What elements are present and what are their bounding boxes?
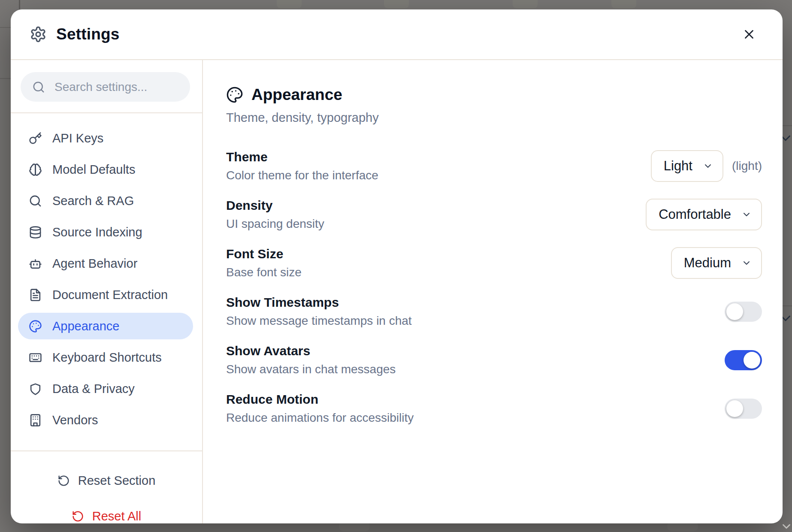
- gear-icon: [30, 26, 47, 43]
- sidebar-item-label: Keyboard Shortcuts: [52, 351, 162, 365]
- setting-text: Show Timestamps Show message timestamps …: [226, 295, 412, 328]
- sidebar-item-label: Data & Privacy: [52, 382, 135, 396]
- close-icon: [742, 27, 756, 42]
- sidebar-item-data-privacy[interactable]: Data & Privacy: [18, 375, 193, 402]
- setting-label: Theme: [226, 150, 378, 164]
- toggle-knob: [726, 303, 743, 320]
- chevron-down-icon: [780, 520, 792, 532]
- setting-control: Light (light): [651, 150, 762, 182]
- backdrop-tab: [277, 0, 302, 8]
- document-icon: [29, 288, 42, 302]
- settings-sidebar: API Keys Model Defaults Search & RAG Sou…: [11, 60, 203, 523]
- key-icon: [29, 132, 42, 145]
- backdrop-tab: [384, 0, 409, 8]
- backdrop-divider: [0, 27, 11, 28]
- sidebar-item-model-defaults[interactable]: Model Defaults: [18, 156, 193, 183]
- dialog-header: Settings: [11, 9, 783, 60]
- show-avatars-toggle[interactable]: [725, 350, 762, 370]
- reset-all-button[interactable]: Reset All: [72, 509, 141, 523]
- setting-text: Show Avatars Show avatars in chat messag…: [226, 344, 396, 376]
- backdrop-divider: [0, 78, 11, 79]
- sidebar-item-label: Source Indexing: [52, 225, 142, 239]
- reduce-motion-toggle[interactable]: [725, 399, 762, 419]
- setting-row-density: Density UI spacing density Comfortable: [226, 198, 762, 231]
- section-subtitle: Theme, density, typography: [226, 111, 762, 125]
- dialog-title: Settings: [56, 25, 120, 43]
- setting-row-show-timestamps: Show Timestamps Show message timestamps …: [226, 295, 762, 328]
- palette-icon: [29, 320, 42, 333]
- search-section: [11, 60, 202, 113]
- sidebar-item-agent-behavior[interactable]: Agent Behavior: [18, 250, 193, 277]
- database-icon: [29, 226, 42, 239]
- search-icon: [29, 194, 42, 208]
- rotate-ccw-icon: [72, 510, 84, 523]
- setting-row-reduce-motion: Reduce Motion Reduce animations for acce…: [226, 392, 762, 425]
- show-timestamps-toggle[interactable]: [725, 302, 762, 322]
- setting-row-theme: Theme Color theme for the interface Ligh…: [226, 150, 762, 182]
- building-icon: [29, 414, 42, 427]
- reset-section-label: Reset Section: [78, 474, 156, 488]
- select-value: Light: [664, 158, 692, 174]
- setting-control: [725, 350, 762, 370]
- density-select[interactable]: Comfortable: [646, 199, 762, 230]
- setting-control: [725, 399, 762, 419]
- select-value: Comfortable: [659, 207, 731, 222]
- search-icon: [32, 81, 45, 94]
- setting-description: UI spacing density: [226, 217, 324, 231]
- appearance-panel: Appearance Theme, density, typography Th…: [203, 60, 783, 523]
- reset-all-label: Reset All: [92, 509, 141, 523]
- setting-text: Density UI spacing density: [226, 198, 324, 231]
- shield-icon: [29, 382, 42, 396]
- setting-label: Density: [226, 198, 324, 213]
- sidebar-item-label: Agent Behavior: [52, 257, 137, 271]
- sidebar-item-source-indexing[interactable]: Source Indexing: [18, 219, 193, 245]
- robot-icon: [29, 257, 42, 270]
- toggle-knob: [744, 352, 760, 369]
- sidebar-item-api-keys[interactable]: API Keys: [18, 125, 193, 151]
- chevron-down-icon: [741, 209, 752, 220]
- backdrop-divider: [783, 125, 792, 126]
- sidebar-item-label: Appearance: [52, 319, 119, 333]
- setting-label: Reduce Motion: [226, 392, 414, 407]
- setting-description: Show avatars in chat messages: [226, 363, 396, 376]
- close-button[interactable]: [738, 23, 760, 45]
- setting-control: Medium: [671, 247, 762, 279]
- dialog-body: API Keys Model Defaults Search & RAG Sou…: [11, 60, 783, 523]
- toggle-knob: [726, 400, 743, 417]
- setting-label: Show Avatars: [226, 344, 396, 358]
- select-value: Medium: [684, 255, 731, 271]
- setting-text: Reduce Motion Reduce animations for acce…: [226, 392, 414, 425]
- sidebar-item-vendors[interactable]: Vendors: [18, 407, 193, 433]
- setting-description: Color theme for the interface: [226, 169, 378, 182]
- settings-rows: Theme Color theme for the interface Ligh…: [226, 150, 762, 441]
- setting-description: Show message timestamps in chat: [226, 314, 412, 328]
- setting-description: Base font size: [226, 266, 302, 279]
- sidebar-item-label: API Keys: [52, 131, 103, 145]
- sidebar-item-keyboard-shortcuts[interactable]: Keyboard Shortcuts: [18, 344, 193, 371]
- setting-label: Show Timestamps: [226, 295, 412, 310]
- theme-select[interactable]: Light: [651, 150, 723, 182]
- sidebar-item-appearance[interactable]: Appearance: [18, 313, 193, 339]
- search-box[interactable]: [21, 72, 190, 102]
- palette-icon: [226, 86, 243, 103]
- theme-annotation: (light): [732, 159, 762, 173]
- setting-text: Font Size Base font size: [226, 247, 302, 279]
- sidebar-item-document-extraction[interactable]: Document Extraction: [18, 281, 193, 308]
- setting-text: Theme Color theme for the interface: [226, 150, 378, 182]
- rotate-ccw-icon: [57, 475, 70, 487]
- brain-icon: [29, 163, 42, 176]
- backdrop-divider: [19, 0, 20, 9]
- chevron-down-icon: [741, 258, 752, 268]
- sidebar-item-search-rag[interactable]: Search & RAG: [18, 187, 193, 214]
- font-size-select[interactable]: Medium: [671, 247, 762, 279]
- reset-section-button[interactable]: Reset Section: [57, 474, 156, 488]
- section-title: Appearance: [251, 86, 342, 104]
- setting-control: [725, 302, 762, 322]
- keyboard-icon: [29, 351, 42, 364]
- sidebar-item-label: Document Extraction: [52, 288, 168, 302]
- settings-dialog: Settings API Keys Model Defaults: [11, 9, 783, 523]
- setting-description: Reduce animations for accessibility: [226, 411, 414, 425]
- reset-section-area: Reset Section Reset All: [11, 450, 202, 523]
- sidebar-item-label: Search & RAG: [52, 194, 134, 208]
- search-input[interactable]: [54, 80, 209, 94]
